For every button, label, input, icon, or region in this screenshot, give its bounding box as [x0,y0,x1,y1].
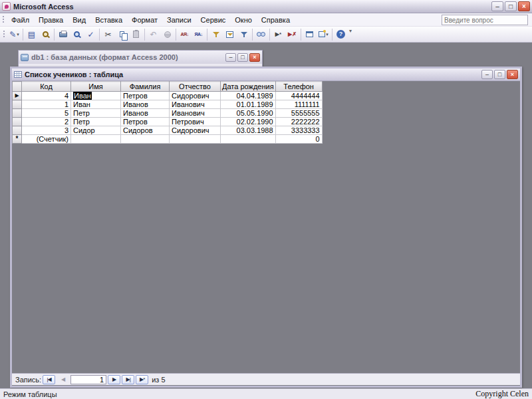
cell-familiya[interactable]: Петров [121,118,170,126]
cell-otchestvo[interactable]: Иванович [170,109,221,118]
cell-telefon[interactable]: 0 [275,135,322,144]
db-maximize-button[interactable]: □ [237,53,248,62]
cell-data-rozhdeniya[interactable]: 03.03.1988 [221,126,276,135]
cell-familiya[interactable]: Иванов [121,109,170,118]
column-header-otchestvo[interactable]: Отчество [170,82,221,92]
sort-descending-button[interactable]: ЯА↓ [192,28,205,41]
database-window-button[interactable] [303,28,317,41]
db-close-button[interactable]: × [249,53,260,62]
cell-kod[interactable]: 5 [22,109,71,118]
cell-kod[interactable]: 2 [22,118,71,126]
ask-question-input[interactable] [442,17,532,24]
column-header-kod[interactable]: Код [22,82,71,92]
cell-otchestvo[interactable]: Сидорович [170,126,221,135]
cell-telefon[interactable]: 4444444 [275,92,322,100]
next-record-button[interactable]: ▶ [108,375,120,384]
print-preview-button[interactable] [70,28,84,41]
row-selector[interactable] [13,100,22,109]
cell-telefon[interactable]: 1111111 [275,100,322,109]
cut-button[interactable]: ✂ [101,28,115,41]
restore-button[interactable]: □ [505,1,517,11]
cell-familiya[interactable]: Петров [121,92,170,100]
cell-imya[interactable]: Петр [71,109,121,118]
menu-insert[interactable]: Вставка [90,14,127,26]
row-selector[interactable] [13,126,22,135]
cell-telefon[interactable]: 5555555 [275,109,322,118]
undo-button[interactable]: ↶ [146,28,160,41]
menu-help[interactable]: Справка [257,14,295,26]
menu-format[interactable]: Формат [127,14,162,26]
close-button[interactable]: × [518,1,530,11]
toolbar-grip[interactable] [3,30,5,39]
toggle-filter-button[interactable] [237,28,251,41]
row-selector[interactable] [13,118,22,126]
column-header-familiya[interactable]: Фамилия [121,82,170,92]
cell-kod[interactable]: 3 [22,126,71,135]
menu-file[interactable]: Файл [7,14,34,26]
delete-record-button[interactable]: ▶✗ [285,28,299,41]
spelling-button[interactable]: ✓ [84,28,98,41]
cell-familiya[interactable] [121,135,170,144]
filter-by-form-button[interactable] [223,28,237,41]
table-window-titlebar[interactable]: Список учеников : таблица – □ × [12,68,520,81]
column-header-imya[interactable]: Имя [71,82,121,92]
menu-edit[interactable]: Правка [34,14,68,26]
current-record-input[interactable] [70,375,106,384]
new-object-button[interactable]: ▾ [317,28,331,41]
cell-kod-counter[interactable]: (Счетчик) [22,135,71,144]
save-button[interactable]: ▤ [25,28,39,41]
menubar-grip[interactable] [2,15,5,24]
cell-data-rozhdeniya[interactable]: 02.02.1990 [221,118,276,126]
copy-button[interactable] [115,28,129,41]
first-record-button[interactable]: |◀ [43,375,55,384]
cell-data-rozhdeniya[interactable]: 01.01.1989 [221,100,276,109]
help-button[interactable]: ? [334,28,348,41]
cell-imya[interactable]: Иван [71,100,121,109]
paste-button[interactable] [129,28,143,41]
cell-data-rozhdeniya[interactable]: 04.04.1989 [221,92,276,100]
previous-record-button[interactable]: ◀ [57,375,69,384]
app-titlebar[interactable]: Microsoft Access – □ × [0,0,532,13]
cell-telefon[interactable]: 3333333 [275,126,322,135]
cell-imya[interactable]: Сидор [71,126,121,135]
cell-data-rozhdeniya[interactable] [221,135,276,144]
db-minimize-button[interactable]: – [225,53,236,62]
cell-otchestvo[interactable]: Иванович [170,100,221,109]
menu-window[interactable]: Окно [230,14,257,26]
filter-by-selection-button[interactable] [209,28,223,41]
cell-kod[interactable]: 4 [22,92,71,100]
file-search-button[interactable] [39,28,53,41]
table-close-button[interactable]: × [507,70,518,79]
cell-imya[interactable]: Петр [71,118,121,126]
database-window-titlebar[interactable]: db1 : база данных (формат Access 2000) –… [19,51,262,64]
column-header-telefon[interactable]: Телефон [275,82,322,92]
row-selector-current[interactable]: ▶ [13,92,22,100]
table-minimize-button[interactable]: – [481,70,493,79]
new-record-selector[interactable]: * [13,135,22,144]
cell-otchestvo[interactable]: Сидорович [170,92,221,100]
last-record-button[interactable]: ▶| [122,375,134,384]
menu-view[interactable]: Вид [68,14,90,26]
minimize-button[interactable]: – [491,1,503,11]
cell-imya-selected[interactable]: Иван [71,92,121,100]
column-header-data-rozhdeniya[interactable]: Дата рождения [221,82,276,92]
toolbar-options-chevron[interactable]: ▾ [349,27,352,34]
cell-imya[interactable] [71,135,121,144]
select-all-corner[interactable] [13,82,22,92]
view-design-button[interactable]: ✎ ▾ [7,28,21,41]
print-button[interactable] [56,28,70,41]
new-record-button[interactable]: ▶* [271,28,285,41]
cell-kod[interactable]: 1 [22,100,71,109]
cell-data-rozhdeniya[interactable]: 05.05.1990 [221,109,276,118]
new-record-nav-button[interactable]: ▶* [136,375,148,384]
ask-question-combobox[interactable]: ▾ [442,15,528,25]
row-selector[interactable] [13,109,22,118]
cell-familiya[interactable]: Иванов [121,100,170,109]
menu-records[interactable]: Записи [162,14,196,26]
cell-telefon[interactable]: 2222222 [275,118,322,126]
insert-hyperlink-button[interactable] [160,28,174,41]
find-button[interactable] [254,28,268,41]
cell-otchestvo[interactable]: Петрович [170,118,221,126]
menu-tools[interactable]: Сервис [196,14,231,26]
table-maximize-button[interactable]: □ [494,70,505,79]
